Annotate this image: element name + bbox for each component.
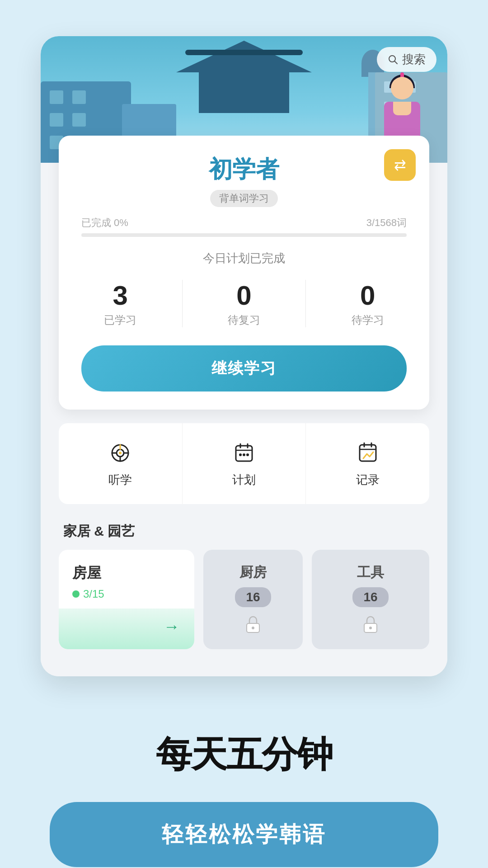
search-label: 搜索 bbox=[402, 52, 426, 67]
app-screenshot-wrapper: 搜索 初学者 背单词学习 ⇄ 已完成 0% 3/1568词 bbox=[0, 0, 488, 703]
svg-point-15 bbox=[246, 453, 249, 456]
cat-tools-title: 工具 bbox=[357, 563, 384, 582]
app-card: 搜索 初学者 背单词学习 ⇄ 已完成 0% 3/1568词 bbox=[41, 36, 447, 676]
svg-rect-16 bbox=[360, 445, 376, 461]
cat-tools-count: 16 bbox=[352, 587, 388, 607]
stat-pending: 0 待学习 bbox=[352, 280, 384, 327]
main-content: 初学者 背单词学习 ⇄ 已完成 0% 3/1568词 今日计划已完成 bbox=[41, 136, 447, 676]
stat-pending-number: 0 bbox=[352, 280, 384, 311]
progress-left: 已完成 0% bbox=[81, 216, 128, 230]
search-icon bbox=[388, 54, 399, 65]
stat-pending-label: 待学习 bbox=[352, 313, 384, 327]
cat-kitchen-count: 16 bbox=[235, 587, 271, 607]
palace-roof-body-icon bbox=[199, 68, 289, 113]
bottom-section: 每天五分钟 轻轻松松学韩语 bbox=[0, 703, 488, 868]
cat-card-tools[interactable]: 工具 16 bbox=[312, 550, 429, 649]
stat-review-number: 0 bbox=[228, 280, 260, 311]
category-row: 房屋 3/15 → 厨房 16 bbox=[41, 550, 447, 663]
mode-badge: 背单词学习 bbox=[210, 190, 278, 207]
cat-house-title: 房屋 bbox=[72, 563, 181, 583]
search-button[interactable]: 搜索 bbox=[377, 47, 436, 72]
continue-button[interactable]: 继续学习 bbox=[81, 345, 407, 392]
study-card: 初学者 背单词学习 ⇄ 已完成 0% 3/1568词 今日计划已完成 bbox=[59, 136, 429, 410]
svg-point-21 bbox=[252, 627, 254, 629]
record-label: 记录 bbox=[356, 472, 380, 488]
swap-icon: ⇄ bbox=[394, 156, 406, 174]
cta-button[interactable]: 轻轻松松学韩语 bbox=[50, 802, 438, 867]
daily-status: 今日计划已完成 bbox=[81, 250, 407, 266]
progress-right: 3/1568词 bbox=[366, 216, 407, 230]
plan-icon bbox=[230, 439, 258, 467]
cat-house-arrow: → bbox=[158, 613, 185, 640]
action-listen[interactable]: 听学 bbox=[59, 423, 183, 504]
cat-kitchen-title: 厨房 bbox=[239, 563, 267, 582]
stats-row: 3 已学习 0 待复习 0 待学习 bbox=[81, 280, 407, 327]
listen-icon bbox=[107, 439, 134, 467]
category-section-header: 家居 & 园艺 bbox=[41, 518, 447, 550]
mode-subtitle: 背单词学习 bbox=[81, 190, 407, 207]
svg-point-13 bbox=[239, 453, 242, 456]
listen-label: 听学 bbox=[108, 472, 132, 488]
svg-point-14 bbox=[243, 453, 245, 456]
cat-house-progress-text: 3/15 bbox=[83, 588, 104, 600]
swap-button[interactable]: ⇄ bbox=[384, 149, 416, 181]
action-record[interactable]: 记录 bbox=[306, 423, 429, 504]
tagline: 每天五分钟 bbox=[156, 731, 332, 779]
stat-divider-2 bbox=[305, 280, 306, 327]
stat-learned-label: 已学习 bbox=[104, 313, 136, 327]
stat-learned-number: 3 bbox=[104, 280, 136, 311]
level-title: 初学者 bbox=[81, 154, 407, 185]
progress-row: 已完成 0% 3/1568词 bbox=[81, 216, 407, 230]
action-plan[interactable]: 计划 bbox=[183, 423, 306, 504]
stat-review-label: 待复习 bbox=[228, 313, 260, 327]
progress-bar-bg bbox=[81, 233, 407, 237]
record-icon bbox=[354, 439, 381, 467]
dot-green-icon bbox=[72, 590, 80, 598]
quick-actions: 听学 计划 bbox=[59, 423, 429, 504]
stat-divider-1 bbox=[182, 280, 183, 327]
lock-icon-2 bbox=[359, 613, 382, 636]
svg-point-23 bbox=[369, 627, 372, 629]
lady-head-icon bbox=[391, 77, 413, 99]
svg-line-1 bbox=[395, 61, 398, 64]
cat-card-kitchen[interactable]: 厨房 16 bbox=[203, 550, 303, 649]
lock-icon bbox=[242, 613, 264, 636]
stat-review: 0 待复习 bbox=[228, 280, 260, 327]
cat-house-progress: 3/15 bbox=[72, 588, 181, 600]
stat-learned: 3 已学习 bbox=[104, 280, 136, 327]
cat-card-house[interactable]: 房屋 3/15 → bbox=[59, 550, 194, 649]
palace-roof-icon bbox=[176, 41, 312, 113]
svg-point-4 bbox=[119, 452, 122, 454]
plan-label: 计划 bbox=[232, 472, 256, 488]
